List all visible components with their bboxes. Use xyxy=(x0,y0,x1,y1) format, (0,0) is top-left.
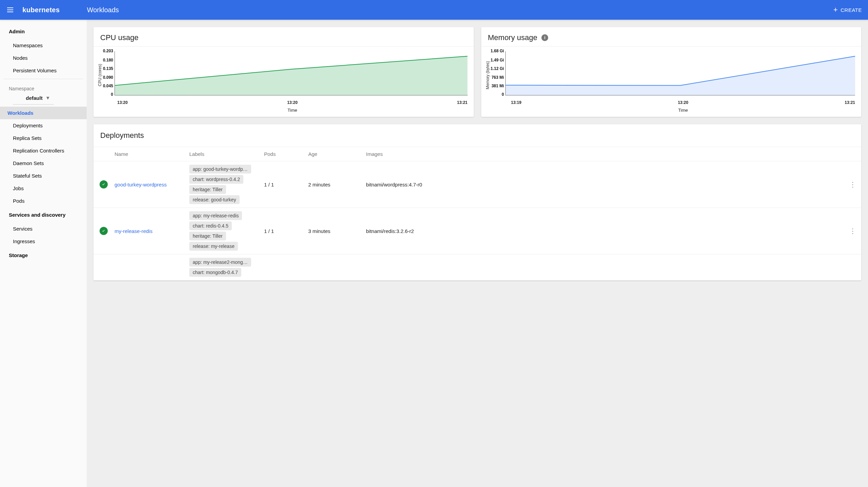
label-chip: heritage: Tiller xyxy=(189,185,226,194)
col-actions xyxy=(844,147,861,161)
row-menu-icon[interactable]: ⋮ xyxy=(849,181,856,188)
sidebar-item-replication-controllers[interactable]: Replication Controllers xyxy=(0,144,87,157)
status-cell xyxy=(93,208,111,254)
label-chip: chart: redis-0.4.5 xyxy=(189,221,232,230)
deployment-link[interactable]: good-turkey-wordpress xyxy=(115,182,167,187)
menu-icon[interactable] xyxy=(6,6,14,14)
col-age[interactable]: Age xyxy=(305,147,363,161)
col-status xyxy=(93,147,111,161)
pods-cell: 1 / 1 xyxy=(261,208,305,254)
svg-marker-0 xyxy=(115,56,467,95)
col-name[interactable]: Name xyxy=(111,147,186,161)
label-chip: chart: mongodb-0.4.7 xyxy=(189,268,241,277)
sidebar-item-deployments[interactable]: Deployments xyxy=(0,119,87,132)
deployments-table: Name Labels Pods Age Images good-turkey-… xyxy=(93,147,861,281)
row-menu-icon[interactable]: ⋮ xyxy=(849,227,856,235)
status-ok-icon xyxy=(100,180,108,188)
sidebar-item-pods[interactable]: Pods xyxy=(0,195,87,207)
namespace-select[interactable]: default ▾ xyxy=(13,93,54,105)
cpu-xlabel: Time xyxy=(117,105,468,113)
images-cell: bitnami/redis:3.2.6-r2 xyxy=(363,208,844,254)
images-cell xyxy=(363,254,844,281)
mem-ylabel: Memory (bytes) xyxy=(485,51,491,99)
name-cell: my-release-redis xyxy=(111,208,186,254)
sidebar-group-services: Services and discovery xyxy=(0,207,87,222)
labels-cell: app: my-release-redischart: redis-0.4.5h… xyxy=(186,208,261,254)
table-row: good-turkey-wordpressapp: good-turkey-wo… xyxy=(93,161,861,208)
sidebar-item-jobs[interactable]: Jobs xyxy=(0,182,87,195)
mem-card-title: Memory usage i xyxy=(481,27,862,47)
label-chip: chart: wordpress-0.4.2 xyxy=(189,175,243,184)
pods-cell: 1 / 1 xyxy=(261,161,305,208)
col-labels[interactable]: Labels xyxy=(186,147,261,161)
mem-yticks: 1.68 Gi 1.49 Gi 1.12 Gi 763 Mi 381 Mi 0 xyxy=(491,49,505,97)
cpu-plot xyxy=(115,51,467,95)
cpu-chart: CPU (cores) 0.203 0.180 0.135 0.090 0.04… xyxy=(93,47,474,117)
sidebar-item-ingresses[interactable]: Ingresses xyxy=(0,235,87,248)
cpu-ylabel: CPU (cores) xyxy=(97,51,103,99)
name-cell xyxy=(111,254,186,281)
plus-icon: + xyxy=(833,6,838,14)
deployments-card: Deployments Name Labels Pods Age Images … xyxy=(93,124,861,281)
sidebar-group-storage: Storage xyxy=(0,248,87,263)
deployment-link[interactable]: my-release-redis xyxy=(115,228,153,234)
sidebar-item-persistent-volumes[interactable]: Persistent Volumes xyxy=(0,64,87,77)
cpu-xticks: 13:20 13:20 13:21 xyxy=(117,99,468,105)
cpu-usage-card: CPU usage CPU (cores) 0.203 0.180 0.135 … xyxy=(93,27,474,117)
age-cell: 3 minutes xyxy=(305,208,363,254)
mem-xlabel: Time xyxy=(511,105,855,113)
label-chip: release: my-release xyxy=(189,242,238,251)
namespace-label: Namespace xyxy=(0,81,87,93)
mem-plot xyxy=(505,51,855,95)
create-label: CREATE xyxy=(840,7,862,13)
table-row: my-release-redisapp: my-release-redischa… xyxy=(93,208,861,254)
status-cell xyxy=(93,254,111,281)
deployments-title: Deployments xyxy=(93,124,861,147)
cpu-yticks: 0.203 0.180 0.135 0.090 0.045 0 xyxy=(103,49,115,97)
sidebar-item-replica-sets[interactable]: Replica Sets xyxy=(0,132,87,144)
status-cell xyxy=(93,161,111,208)
mem-xticks: 13:19 13:20 13:21 xyxy=(511,99,855,105)
info-icon[interactable]: i xyxy=(541,34,548,41)
actions-cell xyxy=(844,254,861,281)
create-button[interactable]: + CREATE xyxy=(833,6,862,14)
sidebar-item-services[interactable]: Services xyxy=(0,222,87,235)
label-chip: heritage: Tiller xyxy=(189,232,226,240)
status-ok-icon xyxy=(100,227,108,235)
col-pods[interactable]: Pods xyxy=(261,147,305,161)
namespace-value: default xyxy=(26,95,42,101)
cpu-card-title: CPU usage xyxy=(93,27,474,47)
label-chip: app: my-release2-mong… xyxy=(189,258,251,267)
sidebar-item-workloads[interactable]: Workloads xyxy=(0,107,87,119)
sidebar-item-nodes[interactable]: Nodes xyxy=(0,52,87,64)
sidebar: Admin Namespaces Nodes Persistent Volume… xyxy=(0,20,87,487)
actions-cell: ⋮ xyxy=(844,161,861,208)
labels-cell: app: good-turkey-wordp…chart: wordpress-… xyxy=(186,161,261,208)
main-content: CPU usage CPU (cores) 0.203 0.180 0.135 … xyxy=(87,20,868,487)
app-header: kubernetes Workloads + CREATE xyxy=(0,0,868,20)
pods-cell xyxy=(261,254,305,281)
caret-down-icon: ▾ xyxy=(47,95,49,101)
memory-usage-card: Memory usage i Memory (bytes) 1.68 Gi 1.… xyxy=(481,27,862,117)
mem-chart: Memory (bytes) 1.68 Gi 1.49 Gi 1.12 Gi 7… xyxy=(481,47,862,117)
svg-marker-1 xyxy=(506,56,855,95)
label-chip: app: my-release-redis xyxy=(189,211,242,220)
age-cell xyxy=(305,254,363,281)
col-images[interactable]: Images xyxy=(363,147,844,161)
page-title: Workloads xyxy=(87,6,119,14)
sidebar-item-stateful-sets[interactable]: Stateful Sets xyxy=(0,169,87,182)
sidebar-group-admin: Admin xyxy=(0,24,87,39)
label-chip: app: good-turkey-wordp… xyxy=(189,165,251,174)
labels-cell: app: my-release2-mong…chart: mongodb-0.4… xyxy=(186,254,261,281)
age-cell: 2 minutes xyxy=(305,161,363,208)
actions-cell: ⋮ xyxy=(844,208,861,254)
name-cell: good-turkey-wordpress xyxy=(111,161,186,208)
images-cell: bitnami/wordpress:4.7-r0 xyxy=(363,161,844,208)
sidebar-item-daemon-sets[interactable]: Daemon Sets xyxy=(0,157,87,169)
brand-logo: kubernetes xyxy=(22,6,60,14)
sidebar-separator xyxy=(3,79,83,79)
table-row: app: my-release2-mong…chart: mongodb-0.4… xyxy=(93,254,861,281)
label-chip: release: good-turkey xyxy=(189,195,240,204)
sidebar-item-namespaces[interactable]: Namespaces xyxy=(0,39,87,52)
